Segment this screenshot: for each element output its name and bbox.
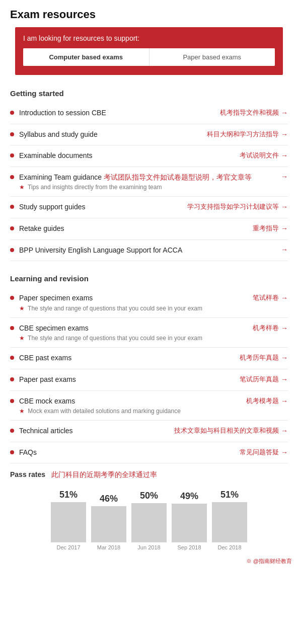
item-chinese: 考试说明文件	[240, 151, 279, 160]
paper-based-btn[interactable]: Paper based exams	[150, 48, 275, 66]
bullet-icon	[10, 399, 14, 403]
item-right: 学习支持指导如学习计划建议等 →	[187, 202, 288, 211]
bullet-icon	[10, 153, 14, 157]
getting-started-item[interactable]: Retake guides重考指导 →	[10, 218, 288, 240]
item-content: Retake guides重考指导 →	[19, 224, 288, 234]
item-content: CBE mock exams机考模考题 →★ Mock exam with de…	[19, 396, 288, 415]
bullet-icon	[10, 429, 14, 433]
item-main-row: Syllabus and study guide科目大纲和学习方法指导 →	[19, 130, 288, 140]
getting-started-item[interactable]: Examinable documents考试说明文件 →	[10, 145, 288, 167]
item-chinese: 机考指导文件和视频	[220, 108, 279, 117]
item-chinese: 学习支持指导如学习计划建议等	[187, 202, 279, 211]
item-chinese: 科目大纲和学习方法指导	[207, 130, 279, 139]
item-label: CBE mock exams	[19, 396, 242, 407]
item-chinese: 机考历年真题	[240, 353, 279, 362]
bar-date-label: Dec 2018	[217, 544, 241, 550]
pass-rates-chart: 51%Dec 201746%Mar 201850%Jun 201849%Sep …	[0, 484, 298, 555]
item-chinese: 常见问题答疑	[240, 448, 279, 457]
bar-visual	[51, 502, 86, 542]
getting-started-item[interactable]: Examining Team guidance 考试团队指导文件如试卷题型说明，…	[10, 167, 288, 197]
item-content: Examinable documents考试说明文件 →	[19, 151, 288, 161]
item-label: Retake guides	[19, 224, 249, 234]
item-subtitle: ★ Tips and insights directly from the ex…	[19, 184, 288, 191]
bar-column: 46%Mar 2018	[91, 494, 126, 550]
item-right: 笔试样卷 →	[253, 293, 288, 302]
item-main-row: BPP University English Language Support …	[19, 246, 288, 256]
pass-rates-label: Pass rates	[10, 470, 45, 478]
item-label: CBE past exams	[19, 353, 236, 363]
item-left: Examining Team guidance 考试团队指导文件如试卷题型说明，…	[19, 173, 279, 183]
item-main-row: CBE past exams机考历年真题 →	[19, 353, 288, 363]
learning-item[interactable]: Paper past exams笔试历年真题 →	[10, 369, 288, 391]
bullet-icon	[10, 450, 14, 454]
item-label: Introduction to session CBE	[19, 108, 216, 118]
item-label: BPP University English Language Support …	[19, 246, 279, 256]
bar-percentage: 51%	[220, 490, 239, 500]
item-main-row: FAQs常见问题答疑 →	[19, 448, 288, 458]
item-chinese: 重考指导	[253, 224, 279, 233]
bar-column: 49%Sep 2018	[172, 491, 207, 550]
bullet-icon	[10, 296, 14, 300]
bar-percentage: 50%	[140, 491, 158, 501]
item-main-row: Technical articles技术文章如与科目相关的文章和视频 →	[19, 426, 288, 436]
bullet-icon	[10, 111, 14, 115]
item-label: Technical articles	[19, 426, 170, 436]
item-main-row: CBE mock exams机考模考题 →	[19, 396, 288, 407]
bullet-icon	[10, 326, 14, 330]
item-main-row: Paper specimen exams笔试样卷 →	[19, 293, 288, 303]
item-main-row: Retake guides重考指导 →	[19, 224, 288, 234]
learning-item[interactable]: CBE past exams机考历年真题 →	[10, 348, 288, 369]
bar-column: 51%Dec 2018	[212, 490, 247, 550]
item-right: 重考指导 →	[253, 224, 288, 233]
bullet-icon	[10, 377, 14, 381]
item-main-row: Study support guides学习支持指导如学习计划建议等 →	[19, 202, 288, 212]
item-chinese: 机考模考题	[246, 396, 279, 406]
arrow-icon: →	[281, 130, 288, 138]
arrow-icon: →	[281, 246, 288, 254]
learning-item[interactable]: CBE specimen exams机考样卷 →★ The style and …	[10, 318, 288, 348]
item-right: 技术文章如与科目相关的文章和视频 →	[174, 426, 288, 435]
item-right: 常见问题答疑 →	[240, 448, 288, 457]
learning-item[interactable]: Paper specimen exams笔试样卷 →★ The style an…	[10, 288, 288, 318]
item-main-row: Introduction to session CBE机考指导文件和视频 →	[19, 108, 288, 118]
item-content: Syllabus and study guide科目大纲和学习方法指导 →	[19, 130, 288, 140]
item-right: 笔试历年真题 →	[240, 375, 288, 384]
bar-visual	[172, 504, 207, 542]
item-main-row: Paper past exams笔试历年真题 →	[19, 375, 288, 385]
item-right: 机考指导文件和视频 →	[220, 108, 288, 117]
arrow-icon: →	[281, 448, 288, 456]
item-subtitle: ★ Mock exam with detailed solutions and …	[19, 408, 288, 415]
bar-percentage: 46%	[100, 494, 118, 504]
learning-item[interactable]: Technical articles技术文章如与科目相关的文章和视频 →	[10, 421, 288, 442]
resource-banner: I am looking for resources to support: C…	[15, 27, 283, 75]
getting-started-item[interactable]: Study support guides学习支持指导如学习计划建议等 →	[10, 197, 288, 218]
getting-started-item[interactable]: BPP University English Language Support …	[10, 240, 288, 262]
getting-started-item[interactable]: Introduction to session CBE机考指导文件和视频 →	[10, 103, 288, 124]
item-label: Examinable documents	[19, 151, 236, 161]
bar-percentage: 51%	[59, 490, 78, 500]
getting-started-item[interactable]: Syllabus and study guide科目大纲和学习方法指导 →	[10, 124, 288, 146]
learning-item[interactable]: CBE mock exams机考模考题 →★ Mock exam with de…	[10, 391, 288, 421]
item-content: BPP University English Language Support …	[19, 246, 288, 256]
learning-revision-title: Learning and revision	[10, 274, 288, 283]
arrow-icon: →	[281, 324, 288, 332]
pass-rates-section: Pass rates 此门科目的近期考季的全球通过率	[0, 463, 298, 484]
bar-percentage: 49%	[180, 491, 198, 502]
arrow-icon: →	[281, 397, 288, 405]
arrow-icon: →	[281, 109, 288, 117]
item-main-row: CBE specimen exams机考样卷 →	[19, 324, 288, 334]
learning-item[interactable]: FAQs常见问题答疑 →	[10, 442, 288, 464]
computer-based-btn[interactable]: Computer based exams	[23, 48, 150, 66]
bar-date-label: Sep 2018	[177, 544, 201, 550]
item-label: Syllabus and study guide	[19, 130, 203, 140]
item-content: Study support guides学习支持指导如学习计划建议等 →	[19, 202, 288, 212]
bullet-icon	[10, 205, 14, 209]
item-content: Introduction to session CBE机考指导文件和视频 →	[19, 108, 288, 118]
item-label: Study support guides	[19, 202, 183, 212]
bar-date-label: Mar 2018	[97, 544, 120, 550]
item-content: CBE specimen exams机考样卷 →★ The style and …	[19, 324, 288, 342]
bullet-icon	[10, 226, 14, 230]
exam-type-toggle: Computer based exams Paper based exams	[23, 48, 275, 66]
bullet-icon	[10, 248, 14, 252]
pass-rates-chinese: 此门科目的近期考季的全球通过率	[51, 470, 157, 478]
